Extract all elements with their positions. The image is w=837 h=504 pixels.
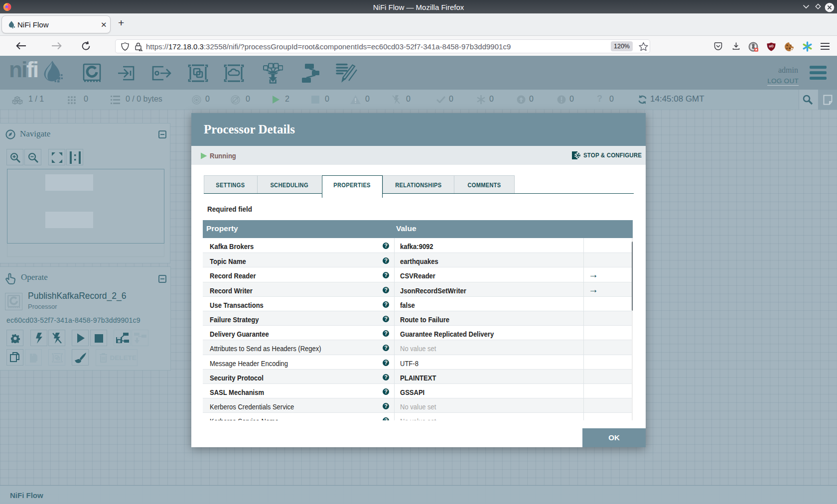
svg-text:uO: uO [769, 44, 773, 48]
